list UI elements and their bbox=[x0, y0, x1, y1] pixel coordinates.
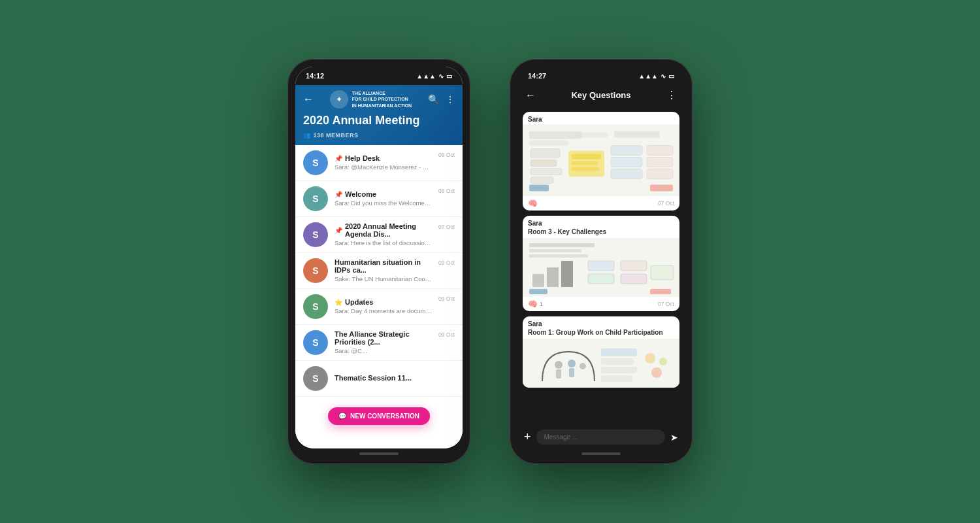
channel-item-7[interactable]: S Thematic Session 11... bbox=[295, 361, 463, 397]
wifi-icon-1: ∿ bbox=[438, 73, 444, 80]
channel-date-6: 09 Oct bbox=[438, 331, 455, 338]
phone-2: 14:27 ▲▲▲ ∿ ▭ ← Key Questions ⋮ Sara bbox=[510, 59, 693, 464]
svg-rect-32 bbox=[651, 265, 674, 280]
channel-info-1: 📌 Help Desk Sara: @MacKenzie Monserez - … bbox=[335, 154, 432, 171]
svg-point-38 bbox=[568, 360, 576, 367]
channel-item-1[interactable]: S 📌 Help Desk Sara: @MacKenzie Monserez … bbox=[295, 145, 463, 181]
avatar-5: S bbox=[303, 294, 328, 319]
svg-rect-42 bbox=[601, 358, 634, 365]
send-button[interactable]: ➤ bbox=[670, 432, 678, 443]
members-row: 👥 138 MEMBERS bbox=[303, 132, 455, 139]
avatar-4: S bbox=[303, 258, 328, 283]
svg-rect-34 bbox=[650, 289, 671, 294]
plus-button[interactable]: + bbox=[524, 430, 531, 444]
message-header-3: Sara bbox=[523, 316, 679, 329]
new-conv-label: NEW CONVERSATION bbox=[350, 413, 419, 420]
time-2: 14:27 bbox=[528, 72, 546, 80]
channel-item-5[interactable]: S ⭐ Updates Sara: Day 4 moments are docu… bbox=[295, 289, 463, 325]
svg-point-45 bbox=[645, 353, 655, 363]
avatar-1: S bbox=[303, 150, 328, 175]
svg-point-47 bbox=[651, 367, 662, 378]
msg-date-1: 07 Oct bbox=[658, 200, 674, 207]
members-count: 138 MEMBERS bbox=[314, 132, 359, 139]
message-footer-1: 🧠 07 Oct bbox=[523, 196, 679, 211]
reaction-count-2: 1 bbox=[540, 301, 543, 307]
search-icon-1[interactable]: 🔍 bbox=[428, 94, 439, 105]
svg-rect-8 bbox=[531, 177, 553, 184]
svg-rect-29 bbox=[588, 274, 614, 284]
channel-preview-4: Sake: The UN Humanitarian Coordinat... bbox=[335, 275, 432, 282]
message-subtitle-2: Room 3 - Key Challenges bbox=[523, 228, 679, 238]
svg-rect-26 bbox=[547, 267, 559, 287]
channel-date-1: 09 Oct bbox=[438, 152, 455, 158]
avatar-2: S bbox=[303, 186, 328, 211]
reaction-2[interactable]: 🧠 1 bbox=[528, 299, 543, 309]
svg-rect-19 bbox=[529, 185, 549, 192]
channel-preview-1: Sara: @MacKenzie Monserez - did it g... bbox=[335, 163, 432, 171]
message-card-2: Sara Room 3 - Key Challenges bbox=[523, 216, 679, 311]
channel-item-6[interactable]: S The Alliance Strategic Priorities (2..… bbox=[295, 325, 463, 361]
phone-1-screen: 14:12 ▲▲▲ ∿ ▭ ← ✦ THE ALLIANCE FOR CHILD… bbox=[295, 67, 463, 448]
pin-icon-2: 📌 bbox=[335, 191, 342, 198]
message-card-3: Sara Room 1: Group Work on Child Partici… bbox=[523, 316, 679, 388]
message-card-1: Sara bbox=[523, 112, 679, 211]
home-indicator-2 bbox=[581, 452, 621, 455]
svg-rect-27 bbox=[561, 261, 573, 287]
reaction-emoji-1: 🧠 bbox=[528, 199, 538, 208]
reaction-emoji-2: 🧠 bbox=[528, 299, 538, 309]
channel-name-5: ⭐ Updates bbox=[335, 298, 432, 306]
svg-point-40 bbox=[580, 363, 586, 369]
avatar-3: S bbox=[303, 222, 328, 247]
chat-title: Key Questions bbox=[571, 90, 630, 100]
new-conversation-button[interactable]: 💬 NEW CONVERSATION bbox=[328, 407, 430, 425]
svg-rect-22 bbox=[529, 243, 595, 247]
channel-info-6: The Alliance Strategic Priorities (2... … bbox=[335, 330, 432, 354]
message-image-1 bbox=[523, 124, 679, 196]
svg-rect-5 bbox=[531, 149, 560, 158]
battery-icon-1: ▭ bbox=[446, 73, 452, 80]
channel-item-2[interactable]: S 📌 Welcome Sara: Did you miss the Welco… bbox=[295, 181, 463, 217]
channel-name-2: 📌 Welcome bbox=[335, 190, 432, 198]
chat-icon: 💬 bbox=[338, 413, 346, 420]
svg-rect-31 bbox=[621, 274, 647, 284]
message-subtitle-3: Room 1: Group Work on Child Participatio… bbox=[523, 329, 679, 339]
channel-preview-3: Sara: Here is the list of discussions th… bbox=[335, 239, 432, 246]
svg-rect-12 bbox=[572, 167, 599, 171]
svg-rect-37 bbox=[556, 369, 561, 379]
more-icon-1[interactable]: ⋮ bbox=[446, 94, 455, 105]
star-icon-5: ⭐ bbox=[335, 299, 342, 306]
channel-item-4[interactable]: S Humanitarian situation in IDPs ca... S… bbox=[295, 253, 463, 289]
signal-icon-2: ▲▲▲ bbox=[638, 73, 658, 80]
more-button-2[interactable]: ⋮ bbox=[666, 89, 677, 101]
back-button-2[interactable]: ← bbox=[525, 90, 536, 101]
svg-rect-7 bbox=[531, 169, 562, 175]
phone-1: 14:12 ▲▲▲ ∿ ▭ ← ✦ THE ALLIANCE FOR CHILD… bbox=[287, 59, 470, 464]
status-bar-1: 14:12 ▲▲▲ ∿ ▭ bbox=[295, 67, 463, 85]
back-button-1[interactable]: ← bbox=[303, 93, 314, 105]
message-image-3 bbox=[523, 339, 679, 388]
avatar-7: S bbox=[303, 366, 328, 391]
channel-info-3: 📌 2020 Annual Meeting Agenda Dis... Sara… bbox=[335, 222, 432, 246]
svg-rect-33 bbox=[529, 289, 547, 294]
svg-rect-43 bbox=[601, 367, 637, 373]
svg-rect-20 bbox=[650, 185, 673, 192]
meeting-title: 2020 Annual Meeting bbox=[303, 114, 455, 128]
msg-date-2: 07 Oct bbox=[658, 301, 674, 307]
channel-list: S 📌 Help Desk Sara: @MacKenzie Monserez … bbox=[295, 145, 463, 448]
svg-rect-1 bbox=[529, 131, 581, 139]
messages-list: Sara bbox=[517, 107, 685, 426]
channel-item-3[interactable]: S 📌 2020 Annual Meeting Agenda Dis... Sa… bbox=[295, 217, 463, 253]
members-icon: 👥 bbox=[303, 132, 311, 139]
message-image-2 bbox=[523, 238, 679, 297]
home-indicator-1 bbox=[359, 452, 399, 455]
svg-rect-41 bbox=[601, 348, 637, 356]
phone-2-screen: 14:27 ▲▲▲ ∿ ▭ ← Key Questions ⋮ Sara bbox=[517, 67, 685, 448]
message-input[interactable]: Message ... bbox=[536, 430, 665, 445]
svg-rect-18 bbox=[647, 169, 673, 179]
svg-rect-24 bbox=[529, 254, 588, 258]
reaction-1[interactable]: 🧠 bbox=[528, 199, 538, 208]
header-top: ← ✦ THE ALLIANCE FOR CHILD PROTECTION IN… bbox=[303, 90, 455, 109]
svg-rect-39 bbox=[569, 368, 574, 377]
channel-name-4: Humanitarian situation in IDPs ca... bbox=[335, 258, 432, 274]
svg-rect-3 bbox=[575, 133, 608, 138]
